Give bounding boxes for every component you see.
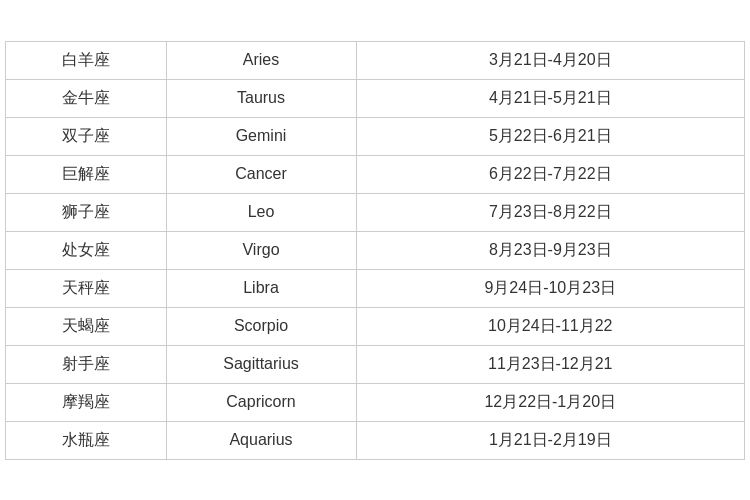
date-range: 7月23日-8月22日: [356, 193, 744, 231]
english-name: Taurus: [166, 79, 356, 117]
date-range: 3月21日-4月20日: [356, 42, 744, 80]
english-name: Capricorn: [166, 383, 356, 421]
date-range: 10月24日-11月22: [356, 307, 744, 345]
chinese-name: 摩羯座: [6, 383, 166, 421]
chinese-name: 白羊座: [6, 42, 166, 80]
chinese-name: 射手座: [6, 345, 166, 383]
table-row: 射手座Sagittarius11月23日-12月21: [6, 345, 744, 383]
chinese-name: 金牛座: [6, 79, 166, 117]
english-name: Leo: [166, 193, 356, 231]
zodiac-table: 白羊座Aries3月21日-4月20日金牛座Taurus4月21日-5月21日双…: [5, 41, 745, 460]
date-range: 12月22日-1月20日: [356, 383, 744, 421]
table-row: 摩羯座Capricorn12月22日-1月20日: [6, 383, 744, 421]
chinese-name: 狮子座: [6, 193, 166, 231]
date-range: 8月23日-9月23日: [356, 231, 744, 269]
english-name: Aries: [166, 42, 356, 80]
english-name: Cancer: [166, 155, 356, 193]
date-range: 5月22日-6月21日: [356, 117, 744, 155]
date-range: 9月24日-10月23日: [356, 269, 744, 307]
table-row: 狮子座Leo7月23日-8月22日: [6, 193, 744, 231]
table-row: 处女座Virgo8月23日-9月23日: [6, 231, 744, 269]
table-row: 白羊座Aries3月21日-4月20日: [6, 42, 744, 80]
date-range: 4月21日-5月21日: [356, 79, 744, 117]
table-row: 金牛座Taurus4月21日-5月21日: [6, 79, 744, 117]
english-name: Virgo: [166, 231, 356, 269]
table-row: 天蝎座Scorpio10月24日-11月22: [6, 307, 744, 345]
english-name: Aquarius: [166, 421, 356, 459]
table-row: 巨解座Cancer6月22日-7月22日: [6, 155, 744, 193]
chinese-name: 天蝎座: [6, 307, 166, 345]
chinese-name: 天秤座: [6, 269, 166, 307]
english-name: Gemini: [166, 117, 356, 155]
english-name: Scorpio: [166, 307, 356, 345]
english-name: Libra: [166, 269, 356, 307]
table-row: 双子座Gemini5月22日-6月21日: [6, 117, 744, 155]
date-range: 1月21日-2月19日: [356, 421, 744, 459]
date-range: 6月22日-7月22日: [356, 155, 744, 193]
english-name: Sagittarius: [166, 345, 356, 383]
chinese-name: 处女座: [6, 231, 166, 269]
date-range: 11月23日-12月21: [356, 345, 744, 383]
chinese-name: 双子座: [6, 117, 166, 155]
table-row: 天秤座Libra9月24日-10月23日: [6, 269, 744, 307]
chinese-name: 巨解座: [6, 155, 166, 193]
chinese-name: 水瓶座: [6, 421, 166, 459]
table-row: 水瓶座Aquarius1月21日-2月19日: [6, 421, 744, 459]
